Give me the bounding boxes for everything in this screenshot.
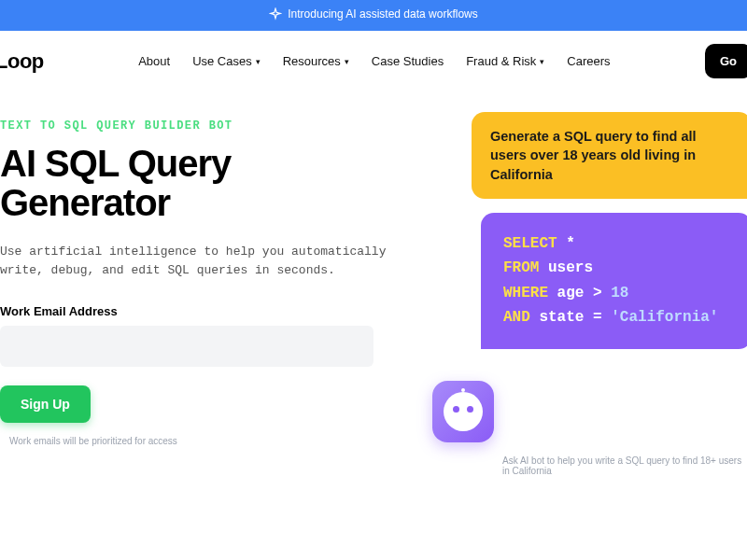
main-content: TEXT TO SQL QUERY BUILDER BOT AI SQL Que… <box>0 91 747 446</box>
go-button[interactable]: Go <box>705 44 747 78</box>
chat-user-bubble: Generate a SQL query to find all users o… <box>472 112 747 199</box>
nav-careers[interactable]: Careers <box>567 54 610 68</box>
chevron-down-icon: ▾ <box>345 57 349 66</box>
email-input[interactable] <box>0 326 374 367</box>
chat-ai-bubble: SELECT * FROM users WHERE age > 18 AND s… <box>481 213 747 349</box>
hero-right: Generate a SQL query to find all users o… <box>418 119 747 446</box>
eyebrow: TEXT TO SQL QUERY BUILDER BOT <box>0 119 400 133</box>
signup-button[interactable]: Sign Up <box>0 385 91 423</box>
nav-resources[interactable]: Resources▾ <box>283 54 349 68</box>
bot-avatar <box>432 381 494 442</box>
email-label: Work Email Address <box>0 304 400 318</box>
banner-text: Introducing AI assisted data workflows <box>288 7 477 21</box>
subtitle: Use artificial intelligence to help you … <box>0 243 392 280</box>
chevron-down-icon: ▾ <box>256 57 261 66</box>
nav-use-cases[interactable]: Use Cases▾ <box>192 54 261 68</box>
sparkle-icon <box>269 7 282 21</box>
nav-items: About Use Cases▾ Resources▾ Case Studies… <box>44 54 705 68</box>
robot-icon <box>444 392 483 431</box>
chevron-down-icon: ▾ <box>540 57 544 66</box>
chat-caption: Ask AI bot to help you write a SQL query… <box>502 455 745 476</box>
page-title: AI SQL Query Generator <box>0 144 400 222</box>
nav-fraud-risk[interactable]: Fraud & Risk▾ <box>466 54 544 68</box>
announcement-banner[interactable]: Introducing AI assisted data workflows <box>0 0 747 31</box>
nav-about[interactable]: About <box>138 54 170 68</box>
logo[interactable]: Loop <box>0 49 44 74</box>
hero-left: TEXT TO SQL QUERY BUILDER BOT AI SQL Que… <box>0 119 418 446</box>
nav-case-studies[interactable]: Case Studies <box>372 54 444 68</box>
navbar: Loop About Use Cases▾ Resources▾ Case St… <box>0 31 747 91</box>
email-hint: Work emails will be prioritized for acce… <box>9 436 400 446</box>
